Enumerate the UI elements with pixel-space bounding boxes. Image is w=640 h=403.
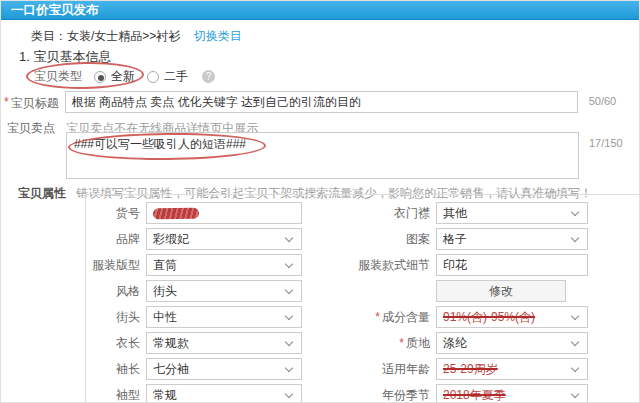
sleeve-length-label: 袖长 <box>86 362 140 376</box>
brand-value: 彩缎妃 <box>153 232 189 246</box>
style-label: 风格 <box>86 284 140 298</box>
chevron-down-icon <box>285 260 293 268</box>
cut-type-select[interactable]: 直筒 <box>146 254 302 276</box>
item-number-input[interactable] <box>146 202 302 224</box>
clothes-length-label: 衣长 <box>86 336 140 350</box>
option-new-label: 全新 <box>111 68 135 85</box>
chevron-down-icon <box>571 312 579 320</box>
composition-value: 91%(含)-95%(含) <box>443 310 535 324</box>
selling-point-label: 宝贝卖点 <box>7 121 55 135</box>
item-title-label: 宝贝标题 <box>11 95 59 112</box>
breadcrumb: 类目：女装/女士精品>>衬衫 切换类目 <box>31 28 242 45</box>
chevron-down-icon <box>285 286 293 294</box>
redaction-scribble-icon <box>153 208 199 220</box>
item-type-row: 宝贝类型 全新 二手 ? <box>34 68 215 85</box>
material-label: *质地 <box>308 336 430 350</box>
placket-label: 衣门襟 <box>308 206 430 220</box>
street-value: 中性 <box>153 310 177 324</box>
chevron-down-icon <box>285 312 293 320</box>
material-select[interactable]: 涤纶 <box>436 332 588 354</box>
item-type-option-new[interactable]: 全新 <box>94 68 135 85</box>
sleeve-type-select[interactable]: 常规 <box>146 384 302 403</box>
chevron-down-icon <box>571 338 579 346</box>
style-detail-input[interactable]: 印花 <box>436 254 588 276</box>
chevron-down-icon <box>571 390 579 398</box>
attributes-label: 宝贝属性 <box>18 186 66 200</box>
radio-unselected-icon[interactable] <box>147 71 159 83</box>
age-range-select[interactable]: 25-29周岁 <box>436 358 588 380</box>
item-number-label: 货号 <box>86 206 140 220</box>
page-title: 一口价宝贝发布 <box>11 3 99 17</box>
brand-select[interactable]: 彩缎妃 <box>146 228 302 250</box>
sleeve-length-value: 七分袖 <box>153 362 189 376</box>
radio-selected-icon[interactable] <box>94 71 106 83</box>
option-used-label: 二手 <box>164 68 188 85</box>
style-select[interactable]: 街头 <box>146 280 302 302</box>
section-title: 1. 宝贝基本信息 <box>19 48 111 66</box>
style-value: 街头 <box>153 284 177 298</box>
item-type-label: 宝贝类型 <box>34 68 82 85</box>
sleeve-length-select[interactable]: 七分袖 <box>146 358 302 380</box>
chevron-down-icon <box>285 364 293 372</box>
chevron-down-icon <box>285 390 293 398</box>
chevron-down-icon <box>571 364 579 372</box>
item-title-row: * 宝贝标题 根据 商品特点 卖点 优化关键字 达到自己的引流的目的 50/60 <box>4 91 616 113</box>
category-label: 类目： <box>31 29 67 43</box>
chevron-down-icon <box>571 208 579 216</box>
street-label: 街头 <box>86 310 140 324</box>
cut-type-label: 服装版型 <box>86 258 140 272</box>
year-season-select[interactable]: 2018年夏季 <box>436 384 588 403</box>
sleeve-type-value: 常规 <box>153 388 177 402</box>
style-detail-value: 印花 <box>443 258 467 272</box>
selling-point-value: ###可以写一些吸引人的短语### <box>74 137 246 151</box>
attributes-grid: 货号 衣门襟 其他 品牌 彩缎妃 图案 格子 服装版型 直 <box>86 202 640 403</box>
pattern-select[interactable]: 格子 <box>436 228 588 250</box>
sleeve-type-label: 袖型 <box>86 388 140 402</box>
category-path: 女装/女士精品>>衬衫 <box>67 29 180 43</box>
page-titlebar: 一口价宝贝发布 <box>1 1 639 20</box>
composition-label: *成分含量 <box>308 310 430 324</box>
brand-label: 品牌 <box>86 232 140 246</box>
age-range-value: 25-29周岁 <box>443 362 498 376</box>
publish-item-page: 一口价宝贝发布 类目：女装/女士精品>>衬衫 切换类目 1. 宝贝基本信息 宝贝… <box>0 0 640 403</box>
age-range-label: 适用年龄 <box>308 362 430 376</box>
chevron-down-icon <box>571 234 579 242</box>
selling-point-char-counter: 17/150 <box>589 137 623 149</box>
cut-type-value: 直筒 <box>153 258 177 272</box>
placket-value: 其他 <box>443 206 467 220</box>
required-mark: * <box>375 310 380 324</box>
year-season-label: 年份季节 <box>308 388 430 402</box>
item-title-input[interactable]: 根据 商品特点 卖点 优化关键字 达到自己的引流的目的 <box>65 91 578 113</box>
pattern-value: 格子 <box>443 232 467 246</box>
chevron-down-icon <box>285 338 293 346</box>
item-type-option-used[interactable]: 二手 <box>147 68 188 85</box>
style-detail-label: 服装款式细节 <box>308 258 430 272</box>
required-mark: * <box>399 336 404 350</box>
pattern-label: 图案 <box>308 232 430 246</box>
composition-select[interactable]: 91%(含)-95%(含) <box>436 306 588 328</box>
title-char-counter: 50/60 <box>589 95 617 107</box>
street-select[interactable]: 中性 <box>146 306 302 328</box>
modify-button[interactable]: 修改 <box>436 280 566 302</box>
item-title-value: 根据 商品特点 卖点 优化关键字 达到自己的引流的目的 <box>72 95 361 109</box>
switch-category-link[interactable]: 切换类目 <box>194 29 242 43</box>
selling-point-textarea[interactable]: ###可以写一些吸引人的短语### <box>66 132 579 179</box>
clothes-length-select[interactable]: 常规款 <box>146 332 302 354</box>
help-icon[interactable]: ? <box>202 70 215 83</box>
material-value: 涤纶 <box>443 336 467 350</box>
attributes-panel: 货号 衣门襟 其他 品牌 彩缎妃 图案 格子 服装版型 直 <box>85 194 640 403</box>
chevron-down-icon <box>285 234 293 242</box>
placket-select[interactable]: 其他 <box>436 202 588 224</box>
year-season-value: 2018年夏季 <box>443 388 506 402</box>
required-mark: * <box>4 95 9 109</box>
clothes-length-value: 常规款 <box>153 336 189 350</box>
